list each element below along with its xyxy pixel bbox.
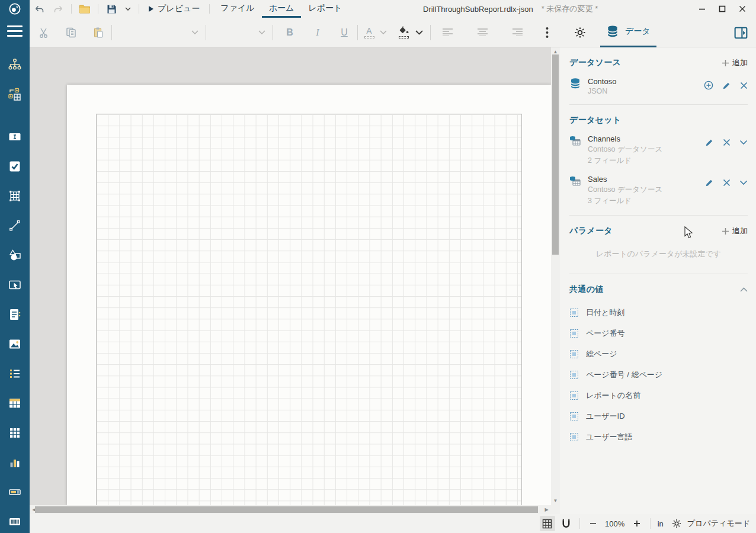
minimize-button[interactable] (692, 0, 712, 18)
bold-button[interactable]: B (280, 22, 299, 43)
font-color-dropdown[interactable] (377, 22, 390, 43)
unit-selector[interactable]: in (658, 519, 664, 528)
list-tool[interactable] (8, 367, 22, 381)
bullet-tool[interactable] (8, 485, 22, 499)
collapse-section-icon[interactable] (740, 287, 748, 292)
font-size-dropdown[interactable] (210, 24, 269, 41)
common-value-item-total-pages[interactable]: 総ページ (569, 343, 748, 364)
save-options-dropdown[interactable] (123, 1, 133, 17)
common-value-item-user-id[interactable]: ユーザーID (569, 406, 748, 426)
snap-to-grid-button[interactable] (559, 516, 574, 531)
font-color-button[interactable]: A (361, 22, 377, 43)
fill-color-button[interactable] (396, 22, 411, 43)
tab-report[interactable]: レポート (301, 0, 349, 18)
add-dataset-icon[interactable] (704, 81, 713, 90)
zoom-level[interactable]: 100% (603, 519, 627, 528)
italic-button[interactable]: I (308, 22, 327, 43)
subreport-tool[interactable] (8, 278, 22, 292)
tab-file[interactable]: ファイル (213, 0, 261, 18)
cut-button[interactable] (34, 22, 53, 43)
save-button[interactable] (104, 1, 119, 17)
delete-dataset-icon[interactable] (723, 179, 731, 187)
undo-button[interactable] (31, 1, 47, 17)
datasource-name: Contoso (588, 77, 704, 86)
line-tool[interactable] (8, 219, 22, 233)
delete-datasource-icon[interactable] (740, 82, 748, 89)
property-mode-gear-icon[interactable] (669, 516, 684, 531)
add-parameter-button[interactable]: 追加 (722, 226, 748, 236)
horizontal-scroll-thumb[interactable] (35, 506, 538, 513)
redo-button[interactable] (50, 1, 66, 17)
titlebar-separator (98, 4, 98, 14)
common-value-item-page-of-total[interactable]: ページ番号 / 総ページ (569, 364, 748, 385)
textbox-tool[interactable] (8, 130, 22, 144)
horizontal-scrollbar[interactable]: ◀ ▶ (30, 505, 551, 514)
font-color-label: A (366, 27, 371, 35)
image-tool[interactable] (8, 337, 22, 351)
copy-button[interactable] (62, 22, 81, 43)
edit-dataset-icon[interactable] (705, 138, 714, 147)
tab-data[interactable]: データ (600, 18, 656, 47)
fill-color-dropdown[interactable] (411, 22, 427, 43)
dataset-fields: 2 フィールド (588, 156, 705, 166)
menu-button[interactable] (7, 25, 23, 37)
edit-dataset-icon[interactable] (705, 178, 714, 187)
zoom-out-button[interactable] (585, 516, 601, 531)
vertical-scroll-thumb[interactable] (552, 54, 559, 255)
settings-button[interactable] (571, 22, 590, 43)
design-canvas[interactable]: ▲ ▼ ◀ ▶ (30, 47, 560, 514)
align-right-button[interactable] (508, 22, 527, 43)
property-mode-label[interactable]: プロパティモード (687, 518, 750, 529)
common-value-label: ユーザーID (586, 411, 625, 422)
dataset-item-channels[interactable]: Channels Contoso データソース 2 フィールド (569, 134, 748, 166)
common-value-item-report-name[interactable]: レポートの名前 (569, 385, 748, 406)
richtext-tool[interactable] (8, 307, 22, 322)
tab-file-label: ファイル (220, 3, 254, 14)
barcode-tool[interactable] (8, 515, 22, 529)
report-page[interactable] (67, 85, 551, 505)
statusbar-separator (579, 518, 580, 529)
table-tool[interactable] (8, 396, 22, 410)
common-value-item-page-number[interactable]: ページ番号 (569, 323, 748, 343)
datasource-item-contoso[interactable]: Contoso JSON (569, 77, 748, 95)
section-divider (569, 215, 748, 216)
common-value-item-datetime[interactable]: 日付と時刻 (569, 302, 748, 323)
paste-button[interactable] (89, 22, 108, 43)
design-grid[interactable] (96, 114, 522, 506)
open-file-button[interactable] (77, 1, 92, 17)
delete-dataset-icon[interactable] (723, 139, 731, 146)
plus-icon (722, 227, 729, 235)
toggle-grid-button[interactable] (540, 516, 555, 531)
dataset-info: Channels Contoso データソース 2 フィールド (588, 134, 705, 166)
add-datasource-button[interactable]: 追加 (722, 57, 748, 68)
scroll-down-arrow[interactable]: ▼ (551, 496, 560, 505)
underline-button[interactable]: U (335, 22, 354, 43)
maximize-button[interactable] (712, 0, 732, 18)
common-value-label: 総ページ (586, 349, 617, 359)
edit-datasource-icon[interactable] (722, 81, 731, 90)
zoom-in-button[interactable] (629, 516, 645, 531)
font-family-dropdown[interactable] (116, 24, 202, 41)
tab-home[interactable]: ホーム (262, 0, 302, 18)
more-options-button[interactable] (537, 22, 556, 43)
checkbox-tool[interactable] (8, 159, 22, 174)
toolbar-separator (273, 25, 273, 40)
scroll-right-arrow[interactable]: ▶ (542, 505, 551, 514)
common-value-item-user-language[interactable]: ユーザー言語 (569, 426, 748, 447)
chart-tool[interactable] (8, 455, 22, 470)
shape-tool[interactable] (8, 248, 22, 262)
align-center-button[interactable] (473, 22, 492, 43)
expand-dataset-icon[interactable] (739, 140, 748, 145)
collapse-panel-button[interactable] (734, 26, 748, 42)
expand-dataset-icon[interactable] (739, 180, 748, 185)
field-drag-icon (569, 329, 579, 338)
preview-button[interactable]: プレビュー (145, 0, 203, 18)
dataset-item-sales[interactable]: Sales Contoso データソース 3 フィールド (569, 175, 748, 206)
matrix-tool[interactable] (8, 426, 22, 440)
vertical-scrollbar[interactable]: ▲ ▼ (551, 47, 560, 505)
layout-groups-icon[interactable] (8, 87, 22, 101)
close-button[interactable] (732, 0, 752, 18)
align-left-button[interactable] (438, 22, 457, 43)
report-explorer-icon[interactable] (8, 57, 22, 72)
tablix-tool[interactable] (8, 189, 22, 203)
